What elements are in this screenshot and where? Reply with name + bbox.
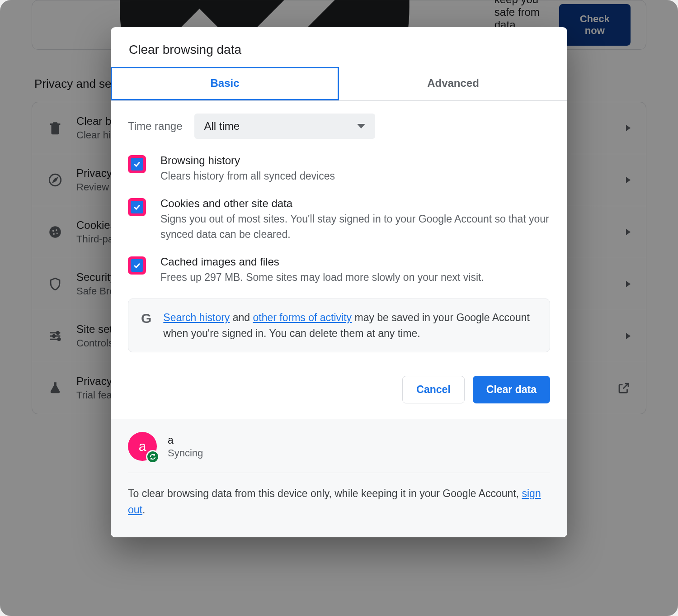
option-desc: Signs you out of most sites. You'll stay… <box>160 212 550 242</box>
dialog-title: Clear browsing data <box>111 27 567 67</box>
time-range-label: Time range <box>128 120 183 133</box>
dialog-tabs: Basic Advanced <box>111 67 567 101</box>
option-cache: Cached images and files Frees up 297 MB.… <box>128 256 550 285</box>
signout-text: To clear browsing data from this device … <box>128 486 550 518</box>
google-activity-notice: G Search history and other forms of acti… <box>128 299 550 352</box>
option-browsing-history: Browsing history Clears history from all… <box>128 154 550 184</box>
sync-badge-icon <box>146 450 160 464</box>
option-cookies: Cookies and other site data Signs you ou… <box>128 197 550 242</box>
tab-advanced[interactable]: Advanced <box>339 67 567 100</box>
notice-text: Search history and other forms of activi… <box>163 310 537 341</box>
option-desc: Frees up 297 MB. Some sites may load mor… <box>160 270 484 285</box>
profile-name: a <box>168 434 203 446</box>
google-icon: G <box>141 311 151 326</box>
chevron-down-icon <box>357 124 365 128</box>
checkbox-cache[interactable] <box>128 256 146 275</box>
option-title: Cookies and other site data <box>160 197 550 210</box>
tab-basic[interactable]: Basic <box>111 67 339 100</box>
avatar: a <box>128 432 157 461</box>
other-activity-link[interactable]: other forms of activity <box>253 312 352 323</box>
clear-browsing-data-dialog: Clear browsing data Basic Advanced Time … <box>111 27 567 537</box>
profile-status: Syncing <box>168 447 203 459</box>
time-range-value: All time <box>204 120 240 133</box>
clear-data-button[interactable]: Clear data <box>473 376 550 403</box>
option-title: Browsing history <box>160 154 335 167</box>
time-range-select[interactable]: All time <box>194 114 375 139</box>
search-history-link[interactable]: Search history <box>163 312 230 323</box>
profile-row: a a Syncing <box>128 432 550 473</box>
option-title: Cached images and files <box>160 256 484 268</box>
checkbox-cookies[interactable] <box>128 198 146 216</box>
option-desc: Clears history from all synced devices <box>160 169 335 184</box>
checkbox-history[interactable] <box>128 155 146 173</box>
cancel-button[interactable]: Cancel <box>402 376 464 403</box>
